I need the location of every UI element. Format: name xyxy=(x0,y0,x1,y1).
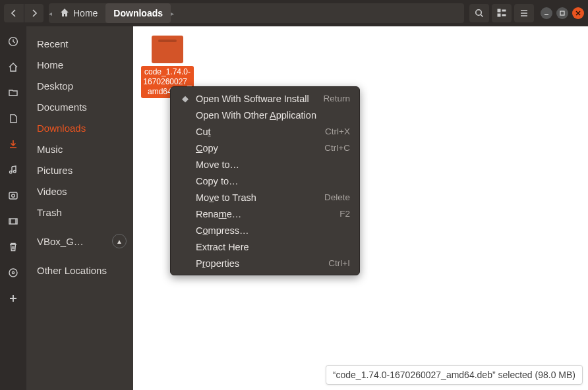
sidebar-item-home[interactable]: Home xyxy=(26,54,133,75)
sidebar-item-desktop[interactable]: Desktop xyxy=(26,75,133,96)
ctx-accel: Delete xyxy=(324,192,350,202)
ctx-cut[interactable]: Cut Ctrl+X xyxy=(171,123,359,140)
sidebar-item-pictures[interactable]: Pictures xyxy=(26,159,133,181)
nav-back-forward xyxy=(4,4,44,22)
sidebar: Recent Home Desktop Documents Downloads … xyxy=(26,26,133,390)
titlebar: ◂ Home Downloads ▸ xyxy=(0,0,588,26)
svg-rect-9 xyxy=(9,192,17,199)
ctx-label: Copy xyxy=(192,143,324,153)
forward-button[interactable] xyxy=(24,4,44,22)
documents-icon xyxy=(7,113,19,125)
path-home[interactable]: Home xyxy=(52,3,105,23)
svg-rect-3 xyxy=(502,10,506,11)
package-icon xyxy=(152,36,183,63)
svg-point-8 xyxy=(14,171,16,173)
trash-icon xyxy=(7,241,19,253)
ctx-accel: Ctrl+I xyxy=(328,258,350,268)
sidebar-item-label: VBox_G… xyxy=(37,236,84,247)
eject-button[interactable]: ▲ xyxy=(112,234,127,248)
status-bar: “code_1.74.0-1670260027_amd64.deb” selec… xyxy=(326,365,583,385)
sidebar-item-label: Recent xyxy=(37,38,69,49)
ctx-label: Cut xyxy=(192,126,325,137)
back-button[interactable] xyxy=(4,4,24,22)
sidebar-item-label: Desktop xyxy=(37,80,73,92)
ctx-label: Open With Software Install xyxy=(192,94,323,104)
sidebar-item-trash[interactable]: Trash xyxy=(26,202,133,223)
downloads-icon xyxy=(7,138,19,150)
sidebar-item-label: Trash xyxy=(37,207,62,218)
home-icon xyxy=(60,8,69,19)
sidebar-item-label: Pictures xyxy=(37,165,73,176)
ctx-label: Open With Other Application xyxy=(192,110,350,121)
path-bar: ◂ Home Downloads ▸ xyxy=(49,3,464,23)
path-home-label: Home xyxy=(73,8,98,18)
package-icon: ◆ xyxy=(179,94,192,103)
desktop-icon xyxy=(7,87,19,99)
ctx-label: Copy to… xyxy=(192,176,350,186)
path-chevron-icon: ▸ xyxy=(171,3,174,23)
ctx-label: Rename… xyxy=(192,209,339,219)
svg-rect-1 xyxy=(498,9,500,12)
context-menu: ◆ Open With Software Install Return Open… xyxy=(170,86,360,275)
ctx-label: Move to Trash xyxy=(192,192,324,203)
ctx-copy[interactable]: Copy Ctrl+C xyxy=(171,140,359,156)
icon-rail xyxy=(0,26,26,390)
ctx-label: Properties xyxy=(192,258,328,269)
svg-point-7 xyxy=(10,171,13,174)
sidebar-item-recent[interactable]: Recent xyxy=(26,33,133,54)
ctx-open-with-other[interactable]: Open With Other Application xyxy=(171,107,359,123)
path-current-label: Downloads xyxy=(113,8,163,18)
sidebar-item-label: Music xyxy=(37,144,63,155)
ctx-rename[interactable]: Rename… F2 xyxy=(171,206,359,222)
ctx-move-to[interactable]: Move to… xyxy=(171,156,359,173)
home-icon xyxy=(7,61,19,73)
svg-rect-2 xyxy=(498,14,500,16)
svg-rect-5 xyxy=(560,11,564,15)
ctx-accel: Ctrl+C xyxy=(324,143,350,153)
ctx-accel: Ctrl+X xyxy=(325,126,350,136)
sidebar-item-label: Documents xyxy=(37,101,87,113)
music-icon xyxy=(7,164,19,176)
svg-point-12 xyxy=(9,269,17,277)
pictures-icon xyxy=(7,190,19,202)
ctx-move-to-trash[interactable]: Move to Trash Delete xyxy=(171,189,359,206)
ctx-compress[interactable]: Compress… xyxy=(171,222,359,238)
close-button[interactable] xyxy=(572,7,584,19)
plus-icon xyxy=(7,292,19,304)
sidebar-item-label: Downloads xyxy=(37,123,86,134)
svg-point-10 xyxy=(12,194,15,198)
ctx-label: Extract Here xyxy=(192,242,350,252)
sidebar-item-videos[interactable]: Videos xyxy=(26,181,133,202)
ctx-properties[interactable]: Properties Ctrl+I xyxy=(171,255,359,271)
maximize-button[interactable] xyxy=(556,7,568,19)
ctx-extract-here[interactable]: Extract Here xyxy=(171,238,359,255)
ctx-copy-to[interactable]: Copy to… xyxy=(171,173,359,189)
search-button[interactable] xyxy=(469,4,489,22)
sidebar-item-label: Other Locations xyxy=(37,265,107,276)
videos-icon xyxy=(7,215,19,227)
sidebar-item-vbox[interactable]: VBox_G… ▲ xyxy=(26,231,133,252)
window-controls xyxy=(541,7,584,19)
hamburger-button[interactable] xyxy=(514,4,534,22)
ctx-label: Compress… xyxy=(192,225,350,236)
ctx-accel: F2 xyxy=(339,209,350,219)
minimize-button[interactable] xyxy=(541,7,552,19)
sidebar-item-music[interactable]: Music xyxy=(26,138,133,159)
ctx-label: Move to… xyxy=(192,159,350,170)
path-current[interactable]: Downloads xyxy=(105,3,171,23)
svg-point-0 xyxy=(476,10,481,15)
disc-icon xyxy=(7,267,19,279)
ctx-accel: Return xyxy=(323,94,350,103)
svg-point-13 xyxy=(12,271,14,273)
sidebar-item-label: Home xyxy=(37,59,63,70)
recent-icon xyxy=(7,36,19,47)
sidebar-item-documents[interactable]: Documents xyxy=(26,96,133,117)
ctx-open-with-install[interactable]: ◆ Open With Software Install Return xyxy=(171,90,359,107)
sidebar-item-downloads[interactable]: Downloads xyxy=(26,117,133,138)
sidebar-item-label: Videos xyxy=(37,186,67,197)
sidebar-item-other-locations[interactable]: Other Locations xyxy=(26,260,133,281)
svg-rect-4 xyxy=(502,14,506,16)
view-mode-button[interactable] xyxy=(492,4,512,22)
